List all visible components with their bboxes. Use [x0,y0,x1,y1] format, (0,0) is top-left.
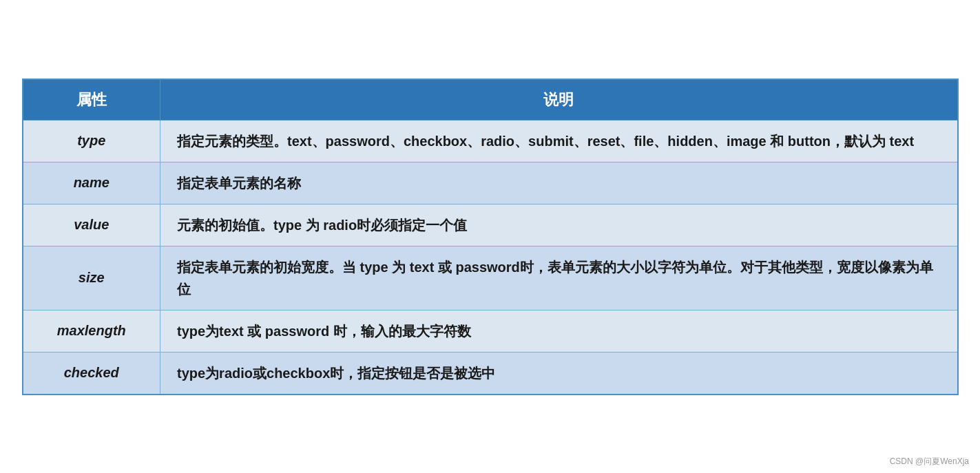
attr-cell: size [23,246,160,310]
page-container: 属性 说明 type指定元素的类型。text、password、checkbox… [0,0,980,473]
desc-cell: 指定元素的类型。text、password、checkbox、radio、sub… [160,120,958,162]
watermark: CSDN @问夏WenXja [890,456,969,467]
attr-cell: name [23,162,160,204]
attributes-table: 属性 说明 type指定元素的类型。text、password、checkbox… [22,78,959,395]
col-header-desc: 说明 [160,79,958,120]
desc-cell: 指定表单元素的名称 [160,162,958,204]
table-row: checkedtype为radio或checkbox时，指定按钮是否是被选中 [23,352,958,395]
table-row: value元素的初始值。type 为 radio时必须指定一个值 [23,204,958,246]
table-row: size指定表单元素的初始宽度。当 type 为 text 或 password… [23,246,958,310]
table-wrapper: 属性 说明 type指定元素的类型。text、password、checkbox… [22,78,959,395]
col-header-attr: 属性 [23,79,160,120]
attr-cell: value [23,204,160,246]
attr-cell: type [23,120,160,162]
table-row: maxlengthtype为text 或 password 时，输入的最大字符数 [23,310,958,352]
desc-cell: type为radio或checkbox时，指定按钮是否是被选中 [160,352,958,395]
desc-cell: 元素的初始值。type 为 radio时必须指定一个值 [160,204,958,246]
table-header-row: 属性 说明 [23,79,958,120]
table-row: type指定元素的类型。text、password、checkbox、radio… [23,120,958,162]
attr-cell: checked [23,352,160,395]
desc-cell: 指定表单元素的初始宽度。当 type 为 text 或 password时，表单… [160,246,958,310]
table-row: name指定表单元素的名称 [23,162,958,204]
attr-cell: maxlength [23,310,160,352]
desc-cell: type为text 或 password 时，输入的最大字符数 [160,310,958,352]
